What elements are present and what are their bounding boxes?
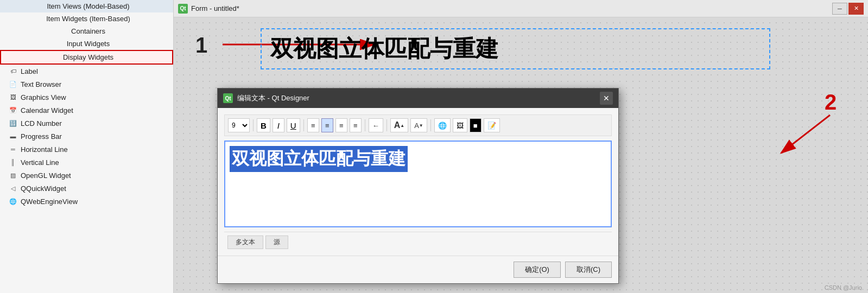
font-bigger-button[interactable]: A▲ <box>390 118 408 132</box>
sep-5 <box>430 119 431 131</box>
sep-4 <box>387 119 387 131</box>
arrow-2-svg: 2 <box>749 88 857 164</box>
sidebar-item-lcd-number[interactable]: 🔢LCD Number <box>0 117 173 130</box>
vertical-line-label: Vertical Line <box>21 158 59 167</box>
arrow2-label: 2 <box>825 90 837 114</box>
sidebar-item-graphics-view[interactable]: 🖼Graphics View <box>0 91 173 104</box>
lcd-number-label: LCD Number <box>21 119 62 128</box>
font-smaller-button[interactable]: A▼ <box>410 118 427 132</box>
sep-2 <box>303 119 304 131</box>
dialog-title-text: 编辑文本 - Qt Designer <box>237 93 595 103</box>
containers-label: Containers <box>71 27 105 35</box>
sidebar-item-text-browser[interactable]: 📄Text Browser <box>0 78 173 91</box>
input-widgets-label: Input Widgets <box>67 40 110 48</box>
font-size-select[interactable]: 8910111214161824364872 <box>228 118 250 132</box>
sidebar-item-vertical-line[interactable]: ║Vertical Line <box>0 156 173 169</box>
sidebar-item-input-widgets[interactable]: Input Widgets <box>0 37 173 50</box>
progress-bar-label: Progress Bar <box>21 132 62 141</box>
form-titlebar: Qt Form - untitled* ─ ✕ <box>174 0 868 17</box>
globe-button[interactable]: 🌐 <box>434 118 451 132</box>
form-title-icon: Qt <box>178 4 188 14</box>
dialog-close-button[interactable]: ✕ <box>600 92 613 105</box>
progress-bar-icon: ▬ <box>9 132 17 141</box>
selected-text: 双视图立体匹配与重建 <box>230 146 408 172</box>
dialog-toolbar: 8910111214161824364872 B I U ≡ ≡ ≡ ≡ ← <box>224 114 612 136</box>
svg-line-2 <box>781 115 830 153</box>
italic-button[interactable]: I <box>273 118 284 132</box>
align-center-button[interactable]: ≡ <box>321 118 333 132</box>
vertical-line-icon: ║ <box>9 158 17 167</box>
dialog: Qt 编辑文本 - Qt Designer ✕ 8910111214161824… <box>217 88 619 284</box>
sidebar-item-progress-bar[interactable]: ▬Progress Bar <box>0 130 173 143</box>
horizontal-line-icon: ═ <box>9 145 17 154</box>
align-justify-button[interactable]: ≡ <box>350 118 362 132</box>
tab-source[interactable]: 源 <box>265 235 288 249</box>
horizontal-line-label: Horizontal Line <box>21 145 68 154</box>
lcd-number-icon: 🔢 <box>9 119 17 128</box>
sidebar-item-qwebengine-view[interactable]: 🌐QWebEngineView <box>0 195 173 208</box>
calendar-widget-icon: 📅 <box>9 106 17 114</box>
underline-button[interactable]: U <box>287 118 300 132</box>
ok-button[interactable]: 确定(O) <box>514 262 561 278</box>
qwebengine-view-icon: 🌐 <box>9 197 17 206</box>
graphics-view-icon: 🖼 <box>9 93 17 101</box>
sidebar-item-item-widgets[interactable]: Item Widgets (Item-Based) <box>0 12 173 25</box>
form-title-text: Form - untitled* <box>191 4 829 12</box>
item-widgets-label: Item Widgets (Item-Based) <box>46 15 130 23</box>
label-widget: 双视图立体匹配与重建 <box>261 28 770 69</box>
label-icon: 🏷 <box>9 67 17 75</box>
sidebar-item-horizontal-line[interactable]: ═Horizontal Line <box>0 143 173 156</box>
color-button[interactable]: ■ <box>470 118 481 132</box>
minimize-button[interactable]: ─ <box>832 3 847 15</box>
sidebar-item-opengl-widget[interactable]: ▨OpenGL Widget <box>0 169 173 182</box>
dialog-textarea[interactable]: 双视图立体匹配与重建 <box>224 141 612 227</box>
opengl-widget-label: OpenGL Widget <box>21 171 71 180</box>
image-button[interactable]: 🖼 <box>453 118 467 132</box>
dialog-tabs: 多文本 源 <box>224 232 612 249</box>
text-browser-icon: 📄 <box>9 80 17 88</box>
close-button[interactable]: ✕ <box>848 3 864 15</box>
opengl-widget-icon: ▨ <box>9 171 17 180</box>
dialog-titlebar: Qt 编辑文本 - Qt Designer ✕ <box>218 88 618 108</box>
sidebar-item-containers[interactable]: Containers <box>0 25 173 37</box>
main-area: Qt Form - untitled* ─ ✕ 1 双视图立体匹配 <box>174 0 868 293</box>
sidebar-item-calendar-widget[interactable]: 📅Calendar Widget <box>0 104 173 117</box>
sidebar-item-label[interactable]: 🏷Label <box>0 65 173 78</box>
edit-source-button[interactable]: 📝 <box>484 118 500 132</box>
text-browser-label: Text Browser <box>21 80 61 88</box>
bold-button[interactable]: B <box>257 118 270 132</box>
arrow-left-button[interactable]: ← <box>369 118 383 132</box>
sep-1 <box>253 119 254 131</box>
sep-3 <box>365 119 365 131</box>
tab-multitext[interactable]: 多文本 <box>227 235 263 249</box>
form-content: 1 双视图立体匹配与重建 2 <box>174 17 868 293</box>
form-window: Qt Form - untitled* ─ ✕ 1 双视图立体匹配 <box>174 0 868 293</box>
sidebar-item-item-views[interactable]: Item Views (Model-Based) <box>0 0 173 12</box>
dialog-title-icon: Qt <box>223 93 233 103</box>
sidebar-item-qquick-widget[interactable]: ◁QQuickWidget <box>0 182 173 195</box>
sidebar: Item Views (Model-Based)Item Widgets (It… <box>0 0 174 293</box>
display-widgets-label: Display Widgets <box>63 53 113 61</box>
graphics-view-label: Graphics View <box>21 93 66 101</box>
calendar-widget-label: Calendar Widget <box>21 106 73 114</box>
arrow1-label: 1 <box>195 33 207 57</box>
item-views-label: Item Views (Model-Based) <box>47 2 129 10</box>
dialog-body: 8910111214161824364872 B I U ≡ ≡ ≡ ≡ ← <box>218 108 618 256</box>
qquick-widget-label: QQuickWidget <box>21 184 66 193</box>
label-label: Label <box>21 67 38 75</box>
dialog-footer: 确定(O) 取消(C) <box>218 256 618 283</box>
qwebengine-view-label: QWebEngineView <box>21 198 78 206</box>
align-left-button[interactable]: ≡ <box>307 118 319 132</box>
cancel-button[interactable]: 取消(C) <box>565 262 612 278</box>
sidebar-item-display-widgets[interactable]: Display Widgets <box>0 50 173 65</box>
qquick-widget-icon: ◁ <box>9 184 17 193</box>
win-buttons: ─ ✕ <box>832 3 864 15</box>
watermark: CSDN @Jurio. <box>825 284 864 291</box>
align-right-button[interactable]: ≡ <box>335 118 347 132</box>
